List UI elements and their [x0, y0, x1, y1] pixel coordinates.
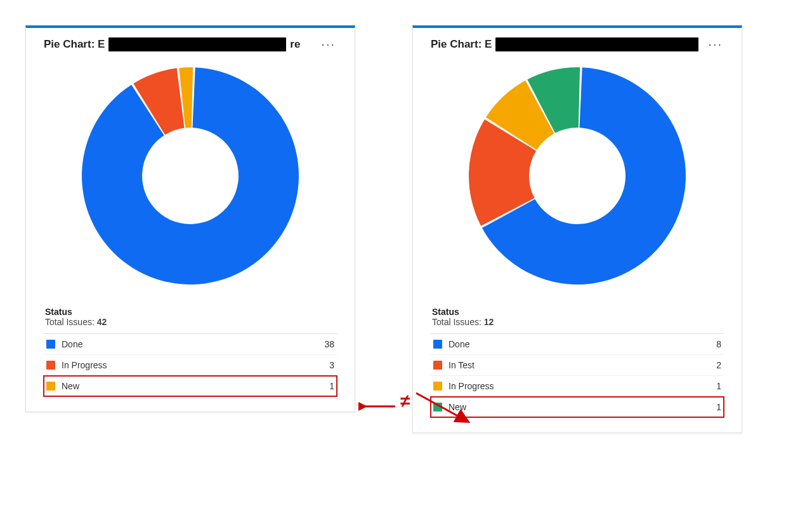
- legend-row[interactable]: New1: [44, 376, 337, 396]
- more-menu-icon[interactable]: ···: [707, 37, 724, 51]
- legend-row[interactable]: In Progress1: [431, 376, 724, 397]
- redaction-bar: [108, 37, 286, 51]
- donut-wrap: [431, 55, 724, 303]
- legend-swatch: [46, 340, 55, 349]
- donut-chart: [457, 55, 698, 297]
- pie-card-left: Pie Chart: E re ··· Status Total Issues:…: [25, 25, 355, 412]
- legend: Done8In Test2In Progress1New1: [431, 333, 724, 417]
- legend-swatch: [46, 382, 55, 391]
- legend-row[interactable]: New1: [431, 397, 724, 417]
- legend-value: 3: [309, 360, 334, 370]
- legend-label: In Test: [449, 360, 696, 370]
- legend-swatch: [433, 382, 442, 391]
- card-header: Pie Chart: E ···: [431, 37, 724, 51]
- status-heading: Status: [44, 307, 337, 317]
- legend-value: 8: [696, 339, 721, 349]
- legend-label: Done: [449, 339, 696, 349]
- title-prefix: Pie Chart: E: [44, 38, 105, 51]
- legend-label: New: [449, 402, 696, 412]
- legend-swatch: [46, 361, 55, 370]
- legend-value: 1: [696, 381, 721, 391]
- legend-swatch: [433, 403, 442, 411]
- donut-wrap: [44, 55, 337, 303]
- legend-swatch: [433, 361, 442, 370]
- total-label: Total Issues:: [45, 317, 95, 327]
- title-prefix: Pie Chart: E: [431, 38, 492, 51]
- legend-swatch: [433, 340, 442, 349]
- legend-value: 38: [309, 339, 334, 349]
- card-header: Pie Chart: E re ···: [44, 37, 337, 51]
- total-value: 12: [484, 317, 494, 327]
- pie-card-right: Pie Chart: E ··· Status Total Issues: 12…: [412, 25, 742, 433]
- legend-row[interactable]: In Progress3: [44, 355, 337, 376]
- more-menu-icon[interactable]: ···: [320, 37, 337, 51]
- donut-chart: [70, 55, 311, 297]
- dashboard-canvas: Pie Chart: E re ··· Status Total Issues:…: [25, 25, 787, 433]
- legend-row[interactable]: Done38: [44, 334, 337, 355]
- total-issues: Total Issues: 42: [44, 317, 337, 327]
- legend-value: 2: [696, 360, 721, 370]
- legend-row[interactable]: In Test2: [431, 355, 724, 376]
- legend: Done38In Progress3New1: [44, 333, 337, 396]
- card-title: Pie Chart: E re: [44, 37, 300, 51]
- card-title: Pie Chart: E: [431, 37, 702, 51]
- legend-label: New: [62, 381, 309, 391]
- legend-label: In Progress: [62, 360, 309, 370]
- legend-label: In Progress: [449, 381, 696, 391]
- total-issues: Total Issues: 12: [431, 317, 724, 327]
- legend-row[interactable]: Done8: [431, 334, 724, 355]
- legend-value: 1: [696, 402, 721, 412]
- legend-value: 1: [309, 381, 334, 391]
- status-heading: Status: [431, 307, 724, 317]
- title-suffix: re: [290, 38, 300, 51]
- total-label: Total Issues:: [432, 317, 481, 327]
- redaction-bar: [495, 37, 698, 51]
- legend-label: Done: [62, 339, 309, 349]
- total-value: 42: [97, 317, 107, 327]
